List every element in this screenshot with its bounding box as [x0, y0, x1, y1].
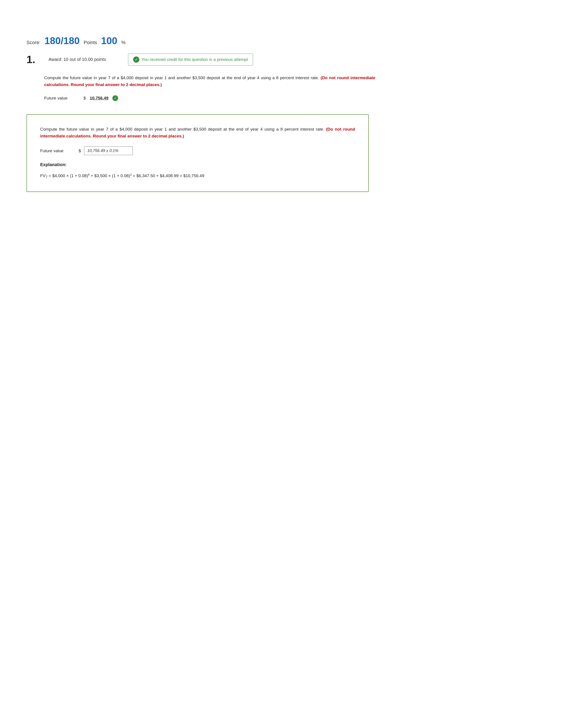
question-number: 1. [26, 53, 40, 66]
explanation-formula: FV7 = $4,000 × (1 + 0.08)6 + $3,500 × (1… [40, 172, 355, 180]
explanation-dollar-sign: $ [79, 148, 81, 153]
explanation-title: Explanation: [40, 162, 355, 167]
score-percent: 100 [101, 35, 117, 46]
score-label: Score: [26, 40, 41, 45]
question-text-part1: Compute the future value in year 7 of a … [44, 75, 319, 80]
question-body: Compute the future value in year 7 of a … [44, 74, 537, 101]
explanation-box: Compute the future value in year 7 of a … [26, 114, 369, 192]
explanation-question-text-part1: Compute the future value in year 7 of a … [40, 127, 324, 131]
question-text: Compute the future value in year 7 of a … [44, 74, 375, 88]
answer-value: 10,756.49 [90, 96, 109, 101]
future-value-label: Future value [44, 96, 79, 101]
explanation-answer-row: Future value $ 10,756.49 ± 0.1% [40, 146, 355, 155]
explanation-answer-input[interactable]: 10,756.49 ± 0.1% [84, 146, 133, 155]
score-value: 180/180 [45, 35, 80, 46]
credit-badge: ✓ You received credit for this question … [128, 54, 253, 66]
question-award: Award: 10 out of 10.00 points [49, 57, 119, 62]
explanation-future-value-label: Future value [40, 148, 75, 153]
points-label: Points [84, 40, 97, 45]
dollar-sign: $ [83, 96, 86, 101]
score-percent-sign: % [121, 40, 126, 45]
score-row: Score: 180/180 Points 100 % [26, 35, 537, 46]
question-header: 1. Award: 10 out of 10.00 points ✓ You r… [26, 53, 537, 66]
answer-check-icon: ✓ [112, 95, 118, 101]
credit-check-icon: ✓ [133, 56, 139, 63]
credit-badge-text: You received credit for this question in… [141, 57, 248, 62]
explanation-question-text: Compute the future value in year 7 of a … [40, 126, 355, 140]
answer-row: Future value $ 10,756.49 ✓ [44, 95, 537, 101]
